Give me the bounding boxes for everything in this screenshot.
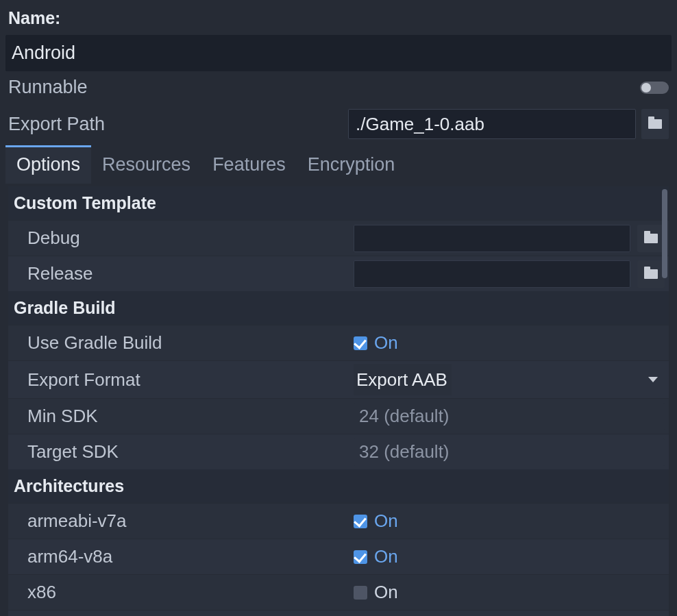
scrollbar-thumb[interactable]: [662, 189, 667, 278]
custom-template-release-label: Release: [8, 256, 349, 291]
options-panel: Custom Template Debug Release Gradle Bui…: [8, 186, 669, 616]
custom-template-debug-input[interactable]: [354, 225, 630, 252]
tab-bar: Options Resources Features Encryption: [5, 147, 672, 184]
folder-icon: [648, 119, 662, 129]
min-sdk-label: Min SDK: [8, 399, 349, 434]
arch-x86-label: x86: [8, 575, 349, 610]
use-gradle-build-status: On: [374, 332, 398, 354]
runnable-toggle[interactable]: [640, 82, 669, 94]
custom-template-debug-label: Debug: [8, 221, 349, 256]
arch-x86-64-label: x86 64: [8, 611, 349, 616]
tab-options[interactable]: Options: [5, 145, 91, 184]
tab-resources[interactable]: Resources: [91, 147, 201, 184]
use-gradle-build-checkbox[interactable]: [354, 336, 367, 350]
export-path-browse-button[interactable]: [641, 109, 669, 139]
section-custom-template: Custom Template: [8, 186, 669, 220]
arch-armeabi-v7a-status: On: [374, 510, 398, 532]
name-label: Name:: [5, 4, 672, 35]
arch-x86-status: On: [374, 582, 398, 603]
tab-features[interactable]: Features: [201, 147, 297, 184]
tab-encryption[interactable]: Encryption: [297, 147, 406, 184]
use-gradle-build-label: Use Gradle Build: [8, 325, 349, 360]
export-format-label: Export Format: [8, 362, 349, 397]
arch-arm64-v8a-label: arm64-v8a: [8, 539, 349, 574]
min-sdk-input[interactable]: [354, 403, 665, 430]
section-architectures: Architectures: [8, 469, 669, 503]
target-sdk-label: Target SDK: [8, 434, 349, 469]
export-path-input[interactable]: [348, 109, 636, 139]
arch-armeabi-v7a-checkbox[interactable]: [354, 515, 367, 528]
scrollbar-track[interactable]: [659, 186, 669, 616]
arch-arm64-v8a-checkbox[interactable]: [354, 550, 367, 564]
arch-arm64-v8a-status: On: [374, 546, 398, 567]
export-path-label: Export Path: [8, 114, 343, 135]
folder-icon: [644, 269, 658, 279]
arch-x86-checkbox[interactable]: [354, 586, 367, 600]
export-format-select[interactable]: Export AAB: [354, 364, 452, 395]
folder-icon: [644, 234, 658, 243]
runnable-label: Runnable: [8, 77, 635, 98]
target-sdk-input[interactable]: [354, 439, 665, 466]
section-gradle-build: Gradle Build: [8, 291, 669, 325]
arch-armeabi-v7a-label: armeabi-v7a: [8, 504, 349, 539]
custom-template-release-input[interactable]: [354, 260, 630, 288]
chevron-down-icon: [648, 377, 658, 382]
preset-name-input[interactable]: [5, 35, 672, 71]
